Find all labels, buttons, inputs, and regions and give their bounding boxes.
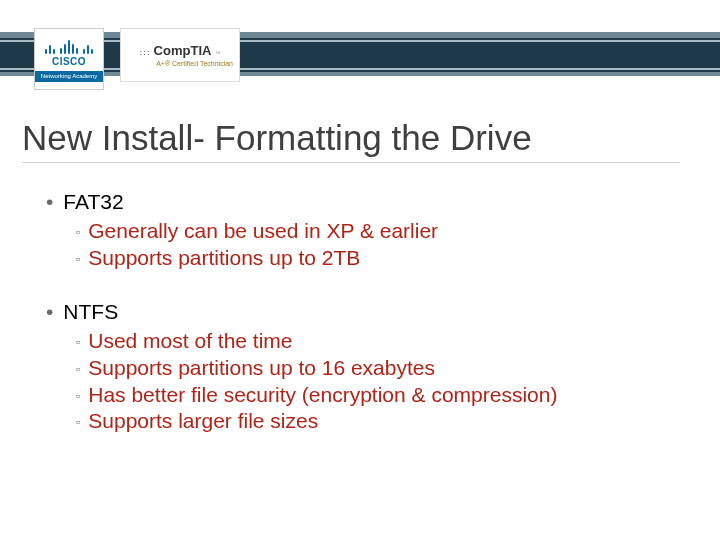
- bullet-square-icon: ▫: [76, 362, 80, 377]
- comptia-logo: ::: CompTIA ™ A+® Certified Technician: [120, 28, 240, 82]
- comptia-dots-icon: :::: [140, 48, 151, 57]
- logo-badges: CISCO Networking Academy ::: CompTIA ™ A…: [34, 28, 240, 90]
- comptia-subtext: A+® Certified Technician: [127, 60, 233, 68]
- sub-bullet-text: Supports larger file sizes: [88, 409, 318, 432]
- comptia-tm: ™: [215, 50, 220, 56]
- comptia-name: CompTIA: [154, 43, 212, 58]
- sub-bullet: ▫Supports partitions up to 2TB: [76, 245, 690, 272]
- bullet-dot-icon: •: [46, 190, 53, 213]
- heading-text: FAT32: [63, 190, 123, 213]
- bullet-square-icon: ▫: [76, 415, 80, 430]
- sub-bullet: ▫Supports larger file sizes: [76, 408, 690, 435]
- sub-bullet-text: Supports partitions up to 2TB: [88, 246, 360, 269]
- section-ntfs: •NTFS ▫Used most of the time ▫Supports p…: [46, 300, 690, 436]
- bullet-square-icon: ▫: [76, 252, 80, 267]
- section-fat32: •FAT32 ▫Generally can be used in XP & ea…: [46, 190, 690, 272]
- sub-bullet-text: Generally can be used in XP & earlier: [88, 219, 438, 242]
- sub-bullet: ▫Used most of the time: [76, 328, 690, 355]
- slide-title: New Install- Formatting the Drive: [22, 118, 680, 163]
- cisco-logo: CISCO Networking Academy: [34, 28, 104, 90]
- bullet-square-icon: ▫: [76, 225, 80, 240]
- sub-bullet-text: Used most of the time: [88, 329, 292, 352]
- cisco-footer: Networking Academy: [35, 71, 103, 82]
- heading-text: NTFS: [63, 300, 118, 323]
- bullet-square-icon: ▫: [76, 335, 80, 350]
- bullet-heading: •FAT32: [46, 190, 690, 214]
- bullet-heading: •NTFS: [46, 300, 690, 324]
- sub-bullet: ▫Has better file security (encryption & …: [76, 382, 690, 409]
- sub-bullet-text: Has better file security (encryption & c…: [88, 383, 557, 406]
- cisco-bars-icon: [45, 40, 93, 54]
- slide-body: •FAT32 ▫Generally can be used in XP & ea…: [46, 190, 690, 463]
- sub-bullet: ▫Generally can be used in XP & earlier: [76, 218, 690, 245]
- bullet-dot-icon: •: [46, 300, 53, 323]
- sub-bullet-text: Supports partitions up to 16 exabytes: [88, 356, 435, 379]
- bullet-square-icon: ▫: [76, 389, 80, 404]
- cisco-name: CISCO: [52, 56, 86, 67]
- sub-bullet: ▫Supports partitions up to 16 exabytes: [76, 355, 690, 382]
- slide: CISCO Networking Academy ::: CompTIA ™ A…: [0, 0, 720, 540]
